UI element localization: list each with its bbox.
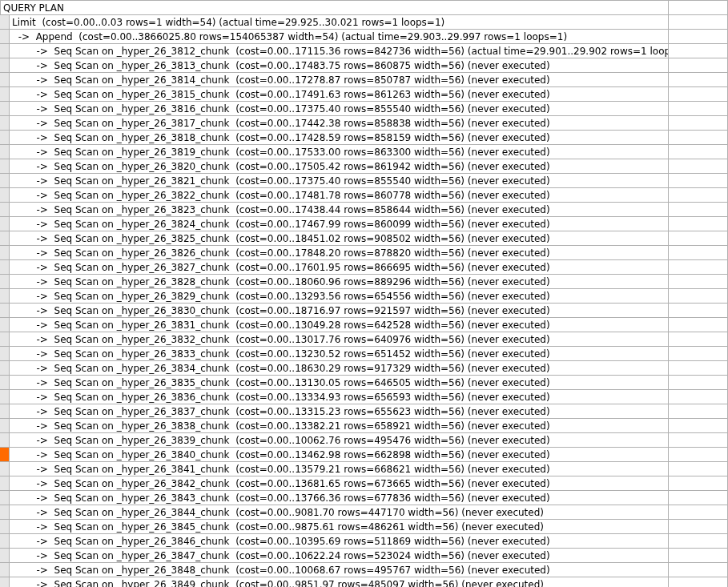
- plan-text-cell[interactable]: -> Seq Scan on _hyper_26_3841_chunk (cos…: [10, 461, 669, 476]
- row-gutter[interactable]: [0, 259, 10, 274]
- plan-row[interactable]: -> Seq Scan on _hyper_26_3836_chunk (cos…: [0, 389, 728, 404]
- row-gutter[interactable]: [0, 332, 10, 346]
- extra-cell[interactable]: [669, 101, 728, 115]
- plan-text-cell[interactable]: -> Seq Scan on _hyper_26_3847_chunk (cos…: [10, 548, 669, 562]
- plan-row[interactable]: -> Seq Scan on _hyper_26_3838_chunk (cos…: [0, 418, 728, 432]
- plan-row[interactable]: -> Seq Scan on _hyper_26_3839_chunk (cos…: [0, 432, 728, 447]
- plan-text-cell[interactable]: -> Seq Scan on _hyper_26_3837_chunk (cos…: [10, 404, 669, 418]
- row-gutter[interactable]: [0, 418, 10, 432]
- extra-cell[interactable]: [669, 490, 728, 505]
- plan-text-cell[interactable]: -> Seq Scan on _hyper_26_3824_chunk (cos…: [10, 216, 669, 231]
- plan-text-cell[interactable]: -> Seq Scan on _hyper_26_3842_chunk (cos…: [10, 476, 669, 490]
- extra-cell[interactable]: [669, 86, 728, 101]
- plan-text-cell[interactable]: -> Seq Scan on _hyper_26_3823_chunk (cos…: [10, 202, 669, 216]
- plan-text-cell[interactable]: -> Seq Scan on _hyper_26_3819_chunk (cos…: [10, 144, 669, 159]
- plan-row[interactable]: -> Append (cost=0.00..3866025.80 rows=15…: [0, 29, 728, 43]
- plan-row[interactable]: -> Seq Scan on _hyper_26_3829_chunk (cos…: [0, 288, 728, 303]
- plan-text-cell[interactable]: -> Seq Scan on _hyper_26_3844_chunk (cos…: [10, 505, 669, 519]
- row-gutter[interactable]: [0, 202, 10, 216]
- plan-text-cell[interactable]: -> Seq Scan on _hyper_26_3812_chunk (cos…: [10, 43, 669, 58]
- column-header-query-plan[interactable]: QUERY PLAN: [0, 0, 669, 14]
- extra-cell[interactable]: [669, 476, 728, 490]
- column-header-extra[interactable]: [669, 0, 728, 14]
- row-gutter[interactable]: [0, 476, 10, 490]
- extra-cell[interactable]: [669, 216, 728, 231]
- row-gutter[interactable]: [0, 144, 10, 159]
- plan-row[interactable]: -> Seq Scan on _hyper_26_3816_chunk (cos…: [0, 101, 728, 115]
- plan-text-cell[interactable]: -> Seq Scan on _hyper_26_3840_chunk (cos…: [10, 447, 669, 461]
- row-gutter[interactable]: [0, 461, 10, 476]
- row-gutter[interactable]: [0, 303, 10, 317]
- row-gutter[interactable]: [0, 72, 10, 86]
- plan-row[interactable]: Limit (cost=0.00..0.03 rows=1 width=54) …: [0, 14, 728, 29]
- plan-row[interactable]: -> Seq Scan on _hyper_26_3813_chunk (cos…: [0, 58, 728, 72]
- extra-cell[interactable]: [669, 245, 728, 259]
- plan-text-cell[interactable]: -> Seq Scan on _hyper_26_3822_chunk (cos…: [10, 187, 669, 202]
- extra-cell[interactable]: [669, 58, 728, 72]
- row-gutter[interactable]: [0, 173, 10, 187]
- plan-row[interactable]: -> Seq Scan on _hyper_26_3819_chunk (cos…: [0, 144, 728, 159]
- extra-cell[interactable]: [669, 274, 728, 288]
- plan-row[interactable]: -> Seq Scan on _hyper_26_3841_chunk (cos…: [0, 461, 728, 476]
- plan-row[interactable]: -> Seq Scan on _hyper_26_3835_chunk (cos…: [0, 375, 728, 389]
- row-gutter[interactable]: [0, 447, 10, 461]
- row-gutter[interactable]: [0, 187, 10, 202]
- extra-cell[interactable]: [669, 115, 728, 130]
- extra-cell[interactable]: [669, 389, 728, 404]
- row-gutter[interactable]: [0, 159, 10, 173]
- plan-text-cell[interactable]: -> Seq Scan on _hyper_26_3828_chunk (cos…: [10, 274, 669, 288]
- extra-cell[interactable]: [669, 418, 728, 432]
- plan-row[interactable]: -> Seq Scan on _hyper_26_3827_chunk (cos…: [0, 259, 728, 274]
- extra-cell[interactable]: [669, 461, 728, 476]
- plan-row[interactable]: -> Seq Scan on _hyper_26_3823_chunk (cos…: [0, 202, 728, 216]
- row-gutter[interactable]: [0, 533, 10, 548]
- plan-text-cell[interactable]: -> Seq Scan on _hyper_26_3849_chunk (cos…: [10, 577, 669, 587]
- extra-cell[interactable]: [669, 72, 728, 86]
- plan-text-cell[interactable]: -> Seq Scan on _hyper_26_3827_chunk (cos…: [10, 259, 669, 274]
- row-gutter[interactable]: [0, 115, 10, 130]
- plan-text-cell[interactable]: -> Seq Scan on _hyper_26_3818_chunk (cos…: [10, 130, 669, 144]
- row-gutter[interactable]: [0, 519, 10, 533]
- extra-cell[interactable]: [669, 202, 728, 216]
- plan-text-cell[interactable]: Limit (cost=0.00..0.03 rows=1 width=54) …: [10, 14, 669, 29]
- plan-text-cell[interactable]: -> Append (cost=0.00..3866025.80 rows=15…: [10, 29, 669, 43]
- plan-row[interactable]: -> Seq Scan on _hyper_26_3845_chunk (cos…: [0, 519, 728, 533]
- row-gutter[interactable]: [0, 389, 10, 404]
- extra-cell[interactable]: [669, 144, 728, 159]
- row-gutter[interactable]: [0, 101, 10, 115]
- extra-cell[interactable]: [669, 360, 728, 375]
- row-gutter[interactable]: [0, 14, 10, 29]
- plan-row[interactable]: -> Seq Scan on _hyper_26_3833_chunk (cos…: [0, 346, 728, 360]
- plan-text-cell[interactable]: -> Seq Scan on _hyper_26_3820_chunk (cos…: [10, 159, 669, 173]
- plan-row[interactable]: -> Seq Scan on _hyper_26_3822_chunk (cos…: [0, 187, 728, 202]
- row-gutter[interactable]: [0, 505, 10, 519]
- extra-cell[interactable]: [669, 332, 728, 346]
- plan-row[interactable]: -> Seq Scan on _hyper_26_3821_chunk (cos…: [0, 173, 728, 187]
- plan-text-cell[interactable]: -> Seq Scan on _hyper_26_3834_chunk (cos…: [10, 360, 669, 375]
- plan-text-cell[interactable]: -> Seq Scan on _hyper_26_3832_chunk (cos…: [10, 332, 669, 346]
- plan-text-cell[interactable]: -> Seq Scan on _hyper_26_3838_chunk (cos…: [10, 418, 669, 432]
- plan-text-cell[interactable]: -> Seq Scan on _hyper_26_3845_chunk (cos…: [10, 519, 669, 533]
- row-gutter[interactable]: [0, 29, 10, 43]
- extra-cell[interactable]: [669, 317, 728, 332]
- plan-text-cell[interactable]: -> Seq Scan on _hyper_26_3817_chunk (cos…: [10, 115, 669, 130]
- plan-row[interactable]: -> Seq Scan on _hyper_26_3842_chunk (cos…: [0, 476, 728, 490]
- plan-row[interactable]: -> Seq Scan on _hyper_26_3834_chunk (cos…: [0, 360, 728, 375]
- plan-text-cell[interactable]: -> Seq Scan on _hyper_26_3843_chunk (cos…: [10, 490, 669, 505]
- plan-row[interactable]: -> Seq Scan on _hyper_26_3828_chunk (cos…: [0, 274, 728, 288]
- plan-text-cell[interactable]: -> Seq Scan on _hyper_26_3836_chunk (cos…: [10, 389, 669, 404]
- plan-text-cell[interactable]: -> Seq Scan on _hyper_26_3816_chunk (cos…: [10, 101, 669, 115]
- extra-cell[interactable]: [669, 288, 728, 303]
- plan-text-cell[interactable]: -> Seq Scan on _hyper_26_3815_chunk (cos…: [10, 86, 669, 101]
- extra-cell[interactable]: [669, 432, 728, 447]
- row-gutter[interactable]: [0, 360, 10, 375]
- plan-row[interactable]: -> Seq Scan on _hyper_26_3846_chunk (cos…: [0, 533, 728, 548]
- extra-cell[interactable]: [669, 548, 728, 562]
- plan-row[interactable]: -> Seq Scan on _hyper_26_3817_chunk (cos…: [0, 115, 728, 130]
- extra-cell[interactable]: [669, 577, 728, 587]
- extra-cell[interactable]: [669, 29, 728, 43]
- plan-row[interactable]: -> Seq Scan on _hyper_26_3847_chunk (cos…: [0, 548, 728, 562]
- plan-text-cell[interactable]: -> Seq Scan on _hyper_26_3814_chunk (cos…: [10, 72, 669, 86]
- plan-text-cell[interactable]: -> Seq Scan on _hyper_26_3833_chunk (cos…: [10, 346, 669, 360]
- plan-text-cell[interactable]: -> Seq Scan on _hyper_26_3846_chunk (cos…: [10, 533, 669, 548]
